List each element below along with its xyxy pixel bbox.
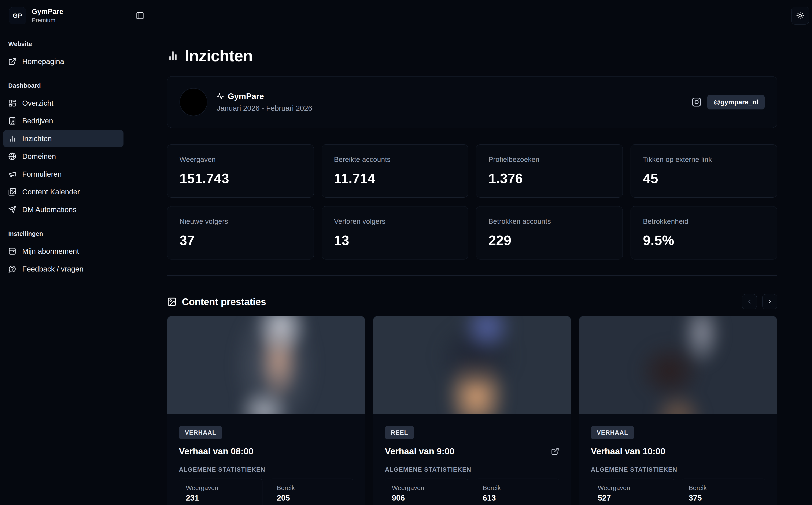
instagram-handle-badge[interactable]: @gympare_nl: [707, 95, 765, 110]
sidebar-section: Instellingen Mijn abonnement Feedback / …: [3, 230, 124, 278]
stat-label: Tikken op externe link: [643, 156, 765, 164]
panel-left-icon: [136, 11, 144, 20]
layout-dashboard-icon: [8, 99, 16, 107]
metric-value: 527: [598, 494, 667, 502]
content-card[interactable]: REEL Verhaal van 9:00 ALGEMENE STATISTIE…: [373, 316, 571, 505]
sidebar-item-label: Overzicht: [22, 99, 53, 107]
sidebar-item-mijn-abonnement[interactable]: Mijn abonnement: [3, 243, 124, 260]
images-icon: [8, 188, 16, 196]
activity-icon: [217, 93, 224, 100]
external-link-icon[interactable]: [551, 447, 559, 456]
chevron-left-icon: [746, 299, 753, 305]
sidebar-item-label: Content Kalender: [22, 188, 80, 196]
message-question-icon: [8, 265, 16, 273]
bar-chart-icon: [8, 135, 16, 143]
profile-social: @gympare_nl: [692, 95, 765, 110]
stat-card-betrokken-accounts: Betrokken accounts 229: [476, 206, 623, 260]
content-card-title: Verhaal van 08:00: [179, 446, 254, 456]
content-section-header: Content prestaties: [167, 294, 777, 309]
content-type-badge: VERHAAL: [179, 426, 222, 439]
stat-label: Betrokkenheid: [643, 217, 765, 225]
globe-icon: [8, 152, 16, 160]
blurred-photo: [373, 316, 571, 414]
sidebar-section-items: Mijn abonnement Feedback / vragen: [3, 243, 124, 278]
profile-name: GymPare: [228, 92, 264, 101]
stat-label: Verloren volgers: [334, 217, 456, 225]
card-metrics: Weergaven 231 Bereik 205: [179, 479, 353, 505]
sun-icon: [796, 12, 804, 20]
content-card-image: [579, 316, 777, 414]
card-stats-heading: ALGEMENE STATISTIEKEN: [179, 466, 353, 473]
theme-toggle-button[interactable]: [791, 7, 809, 24]
blurred-photo: [167, 316, 365, 414]
stat-label: Bereikte accounts: [334, 156, 456, 164]
stat-value: 151.743: [179, 171, 301, 186]
sidebar-item-domeinen[interactable]: Domeinen: [3, 148, 124, 165]
section-divider: [167, 275, 777, 276]
bar-chart-icon: [167, 50, 179, 62]
page-title-row: Inzichten: [167, 46, 777, 65]
metric-value: 231: [186, 494, 255, 502]
content-card[interactable]: VERHAAL Verhaal van 08:00 ALGEMENE STATI…: [167, 316, 365, 505]
metric-label: Weergaven: [392, 484, 461, 492]
sidebar-item-overzicht[interactable]: Overzicht: [3, 95, 124, 112]
sidebar-item-label: DM Automations: [22, 205, 77, 214]
stat-label: Betrokken accounts: [489, 217, 610, 225]
metric-label: Weergaven: [598, 484, 667, 492]
brand-name: GymPare: [32, 7, 63, 16]
sidebar-item-content-kalender[interactable]: Content Kalender: [3, 183, 124, 200]
stat-value: 1.376: [489, 171, 610, 186]
stat-card-profielbezoeken: Profielbezoeken 1.376: [476, 144, 623, 198]
sidebar-item-feedback-vragen[interactable]: Feedback / vragen: [3, 261, 124, 278]
sidebar-item-label: Feedback / vragen: [22, 265, 84, 273]
megaphone-icon: [8, 170, 16, 178]
sidebar-toggle-button[interactable]: [133, 9, 147, 22]
sidebar-item-homepagina[interactable]: Homepagina: [3, 53, 124, 70]
sidebar-section: Dashboard Overzicht Bedrijven Inzichten …: [3, 82, 124, 218]
stat-card-tikken-op-externe-link: Tikken op externe link 45: [631, 144, 777, 198]
external-link-icon: [8, 57, 16, 65]
stat-card-nieuwe-volgers: Nieuwe volgers 37: [167, 206, 314, 260]
content-card[interactable]: VERHAAL Verhaal van 10:00 ALGEMENE STATI…: [579, 316, 777, 505]
topbar: [127, 0, 812, 31]
stat-value: 11.714: [334, 171, 456, 186]
chevron-right-icon: [767, 299, 773, 305]
sidebar-item-inzichten[interactable]: Inzichten: [3, 130, 124, 147]
sidebar-item-label: Inzichten: [22, 134, 52, 143]
carousel-next-button[interactable]: [762, 294, 777, 309]
building-icon: [8, 117, 16, 125]
content-type-badge: VERHAAL: [591, 426, 634, 439]
stat-value: 45: [643, 171, 765, 186]
card-stats-heading: ALGEMENE STATISTIEKEN: [591, 466, 765, 473]
metric-value: 906: [392, 494, 461, 502]
sidebar-sections: Website Homepagina Dashboard Overzicht B…: [0, 31, 127, 299]
stat-value: 9.5%: [643, 233, 765, 248]
sidebar-item-label: Formulieren: [22, 170, 62, 178]
sidebar-section-label: Website: [3, 40, 124, 47]
profile-card: GymPare Januari 2026 - Februari 2026 @gy…: [167, 76, 777, 128]
metric-label: Bereik: [277, 484, 347, 492]
content-card-image: [167, 316, 365, 414]
content-card-image: [373, 316, 571, 414]
sidebar-section: Website Homepagina: [3, 40, 124, 70]
brand-logo: GP: [9, 7, 26, 24]
instagram-icon: [692, 97, 701, 107]
sidebar-item-bedrijven[interactable]: Bedrijven: [3, 113, 124, 129]
sidebar: GP GymPare Premium Website Homepagina Da…: [0, 0, 127, 505]
content-type-badge: REEL: [385, 426, 414, 439]
sidebar-item-label: Domeinen: [22, 152, 56, 161]
sidebar-section-label: Dashboard: [3, 82, 124, 89]
sidebar-item-formulieren[interactable]: Formulieren: [3, 166, 124, 183]
sidebar-section-items: Homepagina: [3, 53, 124, 70]
metric-label: Weergaven: [186, 484, 255, 492]
profile-info: GymPare Januari 2026 - Februari 2026: [217, 92, 312, 113]
metric-value: 613: [483, 494, 552, 502]
app-root: GP GymPare Premium Website Homepagina Da…: [0, 0, 812, 505]
metric-value: 375: [689, 494, 758, 502]
stats-grid: Weergaven 151.743 Bereikte accounts 11.7…: [167, 144, 777, 260]
metric-box: Bereik 613: [476, 479, 559, 505]
stat-label: Nieuwe volgers: [179, 217, 301, 225]
carousel-prev-button[interactable]: [742, 294, 757, 309]
wallet-icon: [8, 247, 16, 255]
sidebar-item-dm-automations[interactable]: DM Automations: [3, 201, 124, 218]
